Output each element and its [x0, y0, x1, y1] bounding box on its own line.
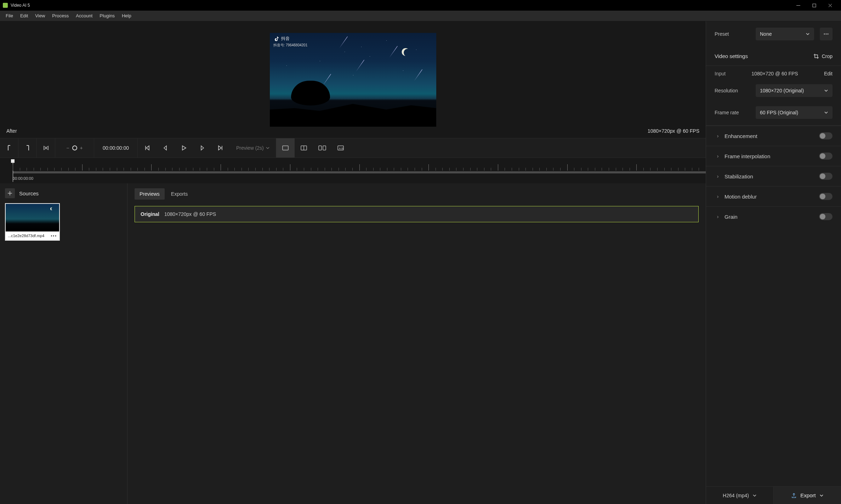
timeline-ruler — [13, 161, 706, 171]
stabilization-toggle[interactable] — [819, 173, 833, 180]
chevron-down-icon — [752, 493, 757, 498]
input-value: 1080×720 @ 60 FPS — [751, 71, 798, 76]
sources-header: Sources — [19, 190, 39, 196]
chevron-right-icon: › — [715, 214, 721, 219]
moon-graphic — [402, 47, 412, 57]
frame-interpolation-toggle[interactable] — [819, 153, 833, 160]
previews-panel: Previews Exports Original 1080×720px @ 6… — [127, 183, 706, 504]
watermark-brand: 抖音 — [273, 36, 290, 42]
svg-rect-4 — [323, 146, 326, 150]
view-single-button[interactable] — [276, 138, 295, 158]
minimize-button[interactable] — [790, 0, 806, 11]
svg-rect-3 — [319, 146, 322, 150]
sources-panel: Sources ...c1e2e28d73df.mp4 ••• — [0, 183, 127, 504]
menu-help[interactable]: Help — [118, 12, 135, 20]
chevron-down-icon — [824, 88, 828, 93]
preset-label: Preset — [715, 31, 750, 37]
timecode-display[interactable]: 00:00:00:00 — [94, 138, 138, 158]
crop-icon — [813, 53, 819, 59]
source-thumbnail — [6, 204, 59, 231]
menu-account[interactable]: Account — [72, 12, 96, 20]
chevron-down-icon — [824, 110, 828, 115]
window-controls — [790, 0, 838, 11]
watermark-id: 抖音号: 79646804201 — [273, 43, 308, 48]
export-button[interactable]: Export — [774, 487, 841, 504]
menu-file[interactable]: File — [2, 12, 17, 20]
export-format-dropdown[interactable]: H264 (mp4) — [706, 487, 774, 504]
menu-process[interactable]: Process — [49, 12, 72, 20]
preview-item[interactable]: Original 1080×720px @ 60 FPS — [135, 206, 699, 222]
preview-item-title: Original — [141, 211, 159, 217]
title-bar: Video AI 5 — [0, 0, 841, 11]
timeline[interactable]: 00:00:00:00 — [0, 158, 706, 183]
source-more-button[interactable]: ••• — [51, 234, 57, 238]
grain-accordion[interactable]: › Grain — [706, 206, 841, 227]
watermark-brand-text: 抖音 — [281, 36, 290, 42]
frame-interpolation-accordion[interactable]: › Frame interpolation — [706, 146, 841, 166]
preset-select[interactable]: None — [756, 28, 814, 40]
chevron-down-icon — [266, 146, 269, 150]
clear-trim-button[interactable] — [37, 138, 55, 158]
timeline-track[interactable] — [13, 171, 706, 173]
svg-text:A: A — [339, 147, 341, 150]
svg-point-8 — [824, 34, 825, 35]
svg-point-10 — [828, 34, 829, 35]
set-out-point-button[interactable] — [18, 138, 37, 158]
timeline-start-tc: 00:00:00:00 — [13, 176, 706, 181]
video-preview[interactable]: 抖音 抖音号: 79646804201 — [270, 33, 436, 127]
stabilization-accordion[interactable]: › Stabilization — [706, 166, 841, 186]
play-button[interactable] — [175, 138, 193, 158]
chevron-right-icon: › — [715, 173, 721, 179]
after-label: After — [6, 128, 17, 134]
input-label: Input — [715, 71, 726, 76]
frame-rate-select[interactable]: 60 FPS (Original) — [756, 106, 833, 119]
next-frame-button[interactable] — [193, 138, 211, 158]
preview-resolution-label: 1080×720px @ 60 FPS — [648, 128, 699, 134]
go-to-start-button[interactable] — [138, 138, 156, 158]
crop-button[interactable]: Crop — [813, 53, 833, 59]
tab-exports[interactable]: Exports — [166, 188, 193, 200]
maximize-button[interactable] — [806, 0, 822, 11]
add-source-button[interactable] — [5, 188, 15, 198]
svg-text:B: B — [341, 147, 343, 150]
zoom-control[interactable]: − + — [55, 138, 94, 158]
close-button[interactable] — [822, 0, 838, 11]
grain-toggle[interactable] — [819, 213, 833, 220]
tab-previews[interactable]: Previews — [135, 188, 165, 200]
view-side-by-side-button[interactable] — [313, 138, 331, 158]
go-to-end-button[interactable] — [211, 138, 230, 158]
input-edit-button[interactable]: Edit — [824, 71, 833, 76]
preview-duration-label: Preview (2s) — [236, 145, 264, 151]
preset-more-button[interactable] — [820, 28, 833, 40]
svg-point-9 — [826, 34, 827, 35]
chevron-right-icon: › — [715, 133, 721, 139]
resolution-label: Resolution — [715, 88, 750, 93]
zoom-indicator-icon — [72, 145, 77, 150]
tiktok-icon — [273, 36, 280, 42]
zoom-in-icon[interactable]: + — [80, 145, 83, 151]
chevron-right-icon: › — [715, 153, 721, 159]
app-icon — [3, 3, 8, 8]
enhancement-toggle[interactable] — [819, 132, 833, 139]
enhancement-accordion[interactable]: › Enhancement — [706, 126, 841, 146]
svg-rect-0 — [813, 4, 816, 7]
zoom-out-icon[interactable]: − — [66, 145, 69, 151]
menu-plugins[interactable]: Plugins — [96, 12, 118, 20]
set-in-point-button[interactable] — [0, 138, 18, 158]
source-filename: ...c1e2e28d73df.mp4 — [8, 234, 44, 238]
menu-view[interactable]: View — [32, 12, 49, 20]
motion-deblur-toggle[interactable] — [819, 193, 833, 200]
menu-edit[interactable]: Edit — [17, 12, 32, 20]
source-item[interactable]: ...c1e2e28d73df.mp4 ••• — [5, 203, 60, 241]
preview-item-detail: 1080×720px @ 60 FPS — [164, 211, 216, 217]
svg-rect-1 — [283, 146, 288, 150]
view-ab-compare-button[interactable]: AB — [331, 138, 350, 158]
video-settings-header: Video settings — [715, 53, 748, 59]
resolution-select[interactable]: 1080×720 (Original) — [756, 84, 833, 97]
chevron-down-icon — [806, 32, 810, 36]
app-title: Video AI 5 — [11, 3, 790, 8]
view-split-button[interactable] — [295, 138, 313, 158]
preview-duration-dropdown[interactable]: Preview (2s) — [230, 138, 276, 158]
motion-deblur-accordion[interactable]: › Motion deblur — [706, 186, 841, 206]
previous-frame-button[interactable] — [156, 138, 175, 158]
